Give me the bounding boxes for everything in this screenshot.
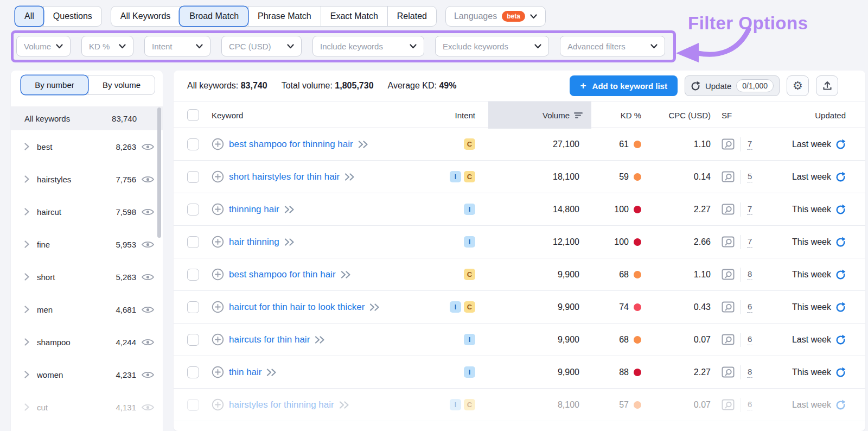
add-keyword-plus-icon[interactable] (212, 236, 224, 248)
keyword-link[interactable]: short hairstyles for thin hair (229, 172, 340, 182)
add-keyword-plus-icon[interactable] (212, 333, 224, 346)
add-keyword-plus-icon[interactable] (212, 268, 224, 281)
eye-icon[interactable] (141, 240, 155, 249)
sidebar-group-haircut[interactable]: haircut 7,598 (11, 195, 163, 228)
keyword-link[interactable]: hair thinning (229, 237, 279, 248)
eye-icon[interactable] (141, 403, 155, 412)
row-checkbox[interactable] (187, 366, 199, 378)
refresh-icon[interactable] (835, 204, 846, 214)
refresh-icon[interactable] (835, 269, 846, 280)
serp-features-icon[interactable] (722, 204, 735, 215)
serp-features-icon[interactable] (722, 334, 735, 345)
refresh-icon[interactable] (835, 139, 846, 149)
refresh-icon[interactable] (835, 400, 846, 410)
sidebar-all-keywords-row[interactable]: All keywords 83,740 (11, 106, 163, 130)
row-checkbox[interactable] (187, 334, 199, 346)
eye-icon[interactable] (141, 305, 155, 314)
sidebar-group-fine[interactable]: fine 5,953 (11, 228, 163, 261)
add-to-keyword-list-button[interactable]: + Add to keyword list (570, 75, 677, 96)
filter-volume[interactable]: Volume (16, 36, 71, 56)
row-checkbox[interactable] (187, 171, 199, 183)
eye-icon[interactable] (141, 370, 155, 379)
serp-features-icon[interactable] (722, 269, 735, 280)
select-all-checkbox[interactable] (187, 109, 199, 121)
eye-icon[interactable] (141, 175, 155, 184)
row-checkbox[interactable] (187, 204, 199, 216)
sf-count[interactable]: 7 (747, 237, 752, 248)
tab-all[interactable]: All (15, 7, 43, 26)
eye-icon[interactable] (141, 338, 155, 347)
tab-phrase-match[interactable]: Phrase Match (248, 7, 321, 26)
sidebar-group-women[interactable]: women 4,231 (11, 358, 163, 391)
keyword-link[interactable]: best shampoo for thinning hair (229, 139, 353, 150)
tab-exact-match[interactable]: Exact Match (321, 7, 387, 26)
filter-advanced-filters[interactable]: Advanced filters (560, 36, 665, 56)
languages-button[interactable]: Languages beta (445, 6, 546, 27)
sf-count[interactable]: 6 (747, 400, 752, 410)
refresh-icon[interactable] (835, 367, 846, 377)
sf-count[interactable]: 7 (747, 139, 752, 150)
tab-related[interactable]: Related (387, 7, 436, 26)
eye-icon[interactable] (141, 272, 155, 282)
serp-features-icon[interactable] (722, 301, 735, 313)
keyword-link[interactable]: haircut for thin hair to look thicker (229, 302, 365, 313)
sidebar-group-cut[interactable]: cut 4,131 (11, 391, 163, 423)
tab-all-keywords[interactable]: All Keywords (111, 7, 180, 26)
expand-double-chevron-icon[interactable] (284, 238, 295, 246)
refresh-icon[interactable] (835, 302, 846, 312)
sidebar-scrollbar[interactable] (157, 107, 161, 238)
filter-cpc-usd[interactable]: CPC (USD) (221, 36, 302, 56)
expand-double-chevron-icon[interactable] (315, 336, 326, 344)
refresh-icon[interactable] (835, 237, 846, 247)
tab-broad-match[interactable]: Broad Match (180, 7, 248, 26)
keyword-link[interactable]: best shampoo for thin hair (229, 269, 336, 280)
add-keyword-plus-icon[interactable] (212, 398, 224, 411)
serp-features-icon[interactable] (722, 236, 735, 248)
keyword-link[interactable]: hairstyles for thinning hair (229, 400, 334, 410)
eye-icon[interactable] (141, 142, 155, 151)
keyword-link[interactable]: haircuts for thin hair (229, 334, 310, 345)
sf-count[interactable]: 8 (747, 367, 752, 378)
sf-count[interactable]: 7 (747, 204, 752, 215)
expand-double-chevron-icon[interactable] (341, 271, 352, 278)
sf-count[interactable]: 6 (747, 334, 752, 345)
filter-kd[interactable]: KD % (81, 36, 133, 56)
sf-count[interactable]: 8 (747, 269, 752, 280)
settings-button[interactable]: ⚙ (787, 75, 809, 96)
filter-intent[interactable]: Intent (144, 36, 210, 56)
row-checkbox[interactable] (187, 399, 199, 411)
serp-features-icon[interactable] (722, 171, 735, 182)
serp-features-icon[interactable] (722, 138, 735, 150)
refresh-icon[interactable] (835, 172, 846, 182)
expand-double-chevron-icon[interactable] (369, 303, 380, 311)
expand-double-chevron-icon[interactable] (339, 401, 350, 409)
sf-count[interactable]: 6 (747, 302, 752, 313)
sidebar-tab-by-volume[interactable]: By volume (88, 75, 155, 94)
expand-double-chevron-icon[interactable] (266, 369, 277, 376)
sidebar-group-best[interactable]: best 8,263 (11, 130, 163, 163)
row-checkbox[interactable] (187, 138, 199, 150)
sidebar-group-men[interactable]: men 4,681 (11, 293, 163, 326)
add-keyword-plus-icon[interactable] (212, 170, 224, 183)
row-checkbox[interactable] (187, 269, 199, 281)
add-keyword-plus-icon[interactable] (212, 203, 224, 216)
sidebar-group-hairstyles[interactable]: hairstyles 7,756 (11, 163, 163, 195)
add-keyword-plus-icon[interactable] (212, 301, 224, 313)
add-keyword-plus-icon[interactable] (212, 366, 224, 378)
eye-icon[interactable] (141, 207, 155, 217)
update-button[interactable]: Update 0/1,000 (685, 75, 780, 96)
col-header-volume[interactable]: Volume (488, 102, 591, 129)
serp-features-icon[interactable] (722, 399, 735, 410)
expand-double-chevron-icon[interactable] (344, 173, 355, 181)
expand-double-chevron-icon[interactable] (358, 141, 369, 148)
expand-double-chevron-icon[interactable] (284, 206, 295, 213)
tab-questions[interactable]: Questions (43, 7, 101, 26)
filter-exclude-keywords[interactable]: Exclude keywords (435, 36, 549, 56)
keyword-link[interactable]: thinning hair (229, 204, 279, 215)
add-keyword-plus-icon[interactable] (212, 138, 224, 150)
sidebar-group-shampoo[interactable]: shampoo 4,244 (11, 326, 163, 358)
sidebar-group-short[interactable]: short 5,263 (11, 261, 163, 293)
keyword-link[interactable]: thin hair (229, 367, 261, 378)
serp-features-icon[interactable] (722, 366, 735, 378)
filter-include-keywords[interactable]: Include keywords (312, 36, 424, 56)
